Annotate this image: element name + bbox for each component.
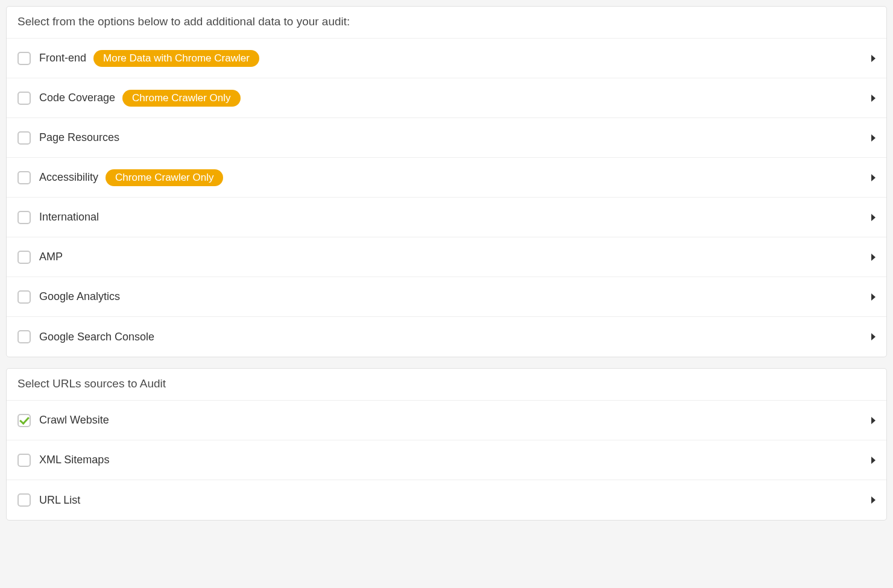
expand-icon[interactable] bbox=[871, 174, 876, 181]
expand-icon[interactable] bbox=[871, 95, 876, 102]
row-crawl-website[interactable]: Crawl Website bbox=[7, 401, 886, 440]
expand-icon[interactable] bbox=[871, 214, 876, 221]
badge-accessibility: Chrome Crawler Only bbox=[106, 169, 223, 186]
row-google-search-console[interactable]: Google Search Console bbox=[7, 317, 886, 357]
label-amp: AMP bbox=[39, 251, 63, 263]
checkbox-accessibility[interactable] bbox=[17, 171, 31, 184]
checkbox-xml-sitemaps[interactable] bbox=[17, 454, 31, 467]
checkbox-code-coverage[interactable] bbox=[17, 92, 31, 105]
label-url-list: URL List bbox=[39, 494, 80, 507]
label-code-coverage: Code Coverage bbox=[39, 92, 115, 104]
expand-icon[interactable] bbox=[871, 134, 876, 142]
checkbox-url-list[interactable] bbox=[17, 493, 31, 507]
additional-data-panel: Select from the options below to add add… bbox=[6, 6, 887, 357]
label-google-analytics: Google Analytics bbox=[39, 290, 120, 303]
checkbox-google-search-console[interactable] bbox=[17, 330, 31, 343]
expand-icon[interactable] bbox=[871, 55, 876, 62]
row-front-end[interactable]: Front-end More Data with Chrome Crawler bbox=[7, 39, 886, 78]
expand-icon[interactable] bbox=[871, 293, 876, 301]
checkbox-page-resources[interactable] bbox=[17, 131, 31, 145]
checkbox-front-end[interactable] bbox=[17, 52, 31, 65]
row-page-resources[interactable]: Page Resources bbox=[7, 118, 886, 158]
label-accessibility: Accessibility bbox=[39, 171, 98, 184]
label-international: International bbox=[39, 211, 99, 224]
row-xml-sitemaps[interactable]: XML Sitemaps bbox=[7, 440, 886, 480]
label-front-end: Front-end bbox=[39, 52, 86, 64]
checkbox-google-analytics[interactable] bbox=[17, 290, 31, 304]
expand-icon[interactable] bbox=[871, 417, 876, 424]
checkbox-international[interactable] bbox=[17, 211, 31, 224]
row-code-coverage[interactable]: Code Coverage Chrome Crawler Only bbox=[7, 78, 886, 118]
checkbox-amp[interactable] bbox=[17, 251, 31, 264]
row-amp[interactable]: AMP bbox=[7, 237, 886, 277]
additional-data-title: Select from the options below to add add… bbox=[7, 7, 886, 39]
url-sources-panel: Select URLs sources to Audit Crawl Websi… bbox=[6, 368, 887, 521]
expand-icon[interactable] bbox=[871, 254, 876, 261]
label-crawl-website: Crawl Website bbox=[39, 414, 109, 427]
row-google-analytics[interactable]: Google Analytics bbox=[7, 277, 886, 317]
badge-front-end: More Data with Chrome Crawler bbox=[93, 50, 259, 67]
row-accessibility[interactable]: Accessibility Chrome Crawler Only bbox=[7, 158, 886, 198]
url-sources-title: Select URLs sources to Audit bbox=[7, 369, 886, 401]
label-google-search-console: Google Search Console bbox=[39, 331, 154, 343]
expand-icon[interactable] bbox=[871, 457, 876, 464]
expand-icon[interactable] bbox=[871, 333, 876, 340]
row-url-list[interactable]: URL List bbox=[7, 480, 886, 520]
checkbox-crawl-website[interactable] bbox=[17, 414, 31, 427]
label-page-resources: Page Resources bbox=[39, 131, 119, 144]
label-xml-sitemaps: XML Sitemaps bbox=[39, 454, 109, 466]
row-international[interactable]: International bbox=[7, 198, 886, 237]
expand-icon[interactable] bbox=[871, 496, 876, 504]
badge-code-coverage: Chrome Crawler Only bbox=[122, 90, 240, 107]
